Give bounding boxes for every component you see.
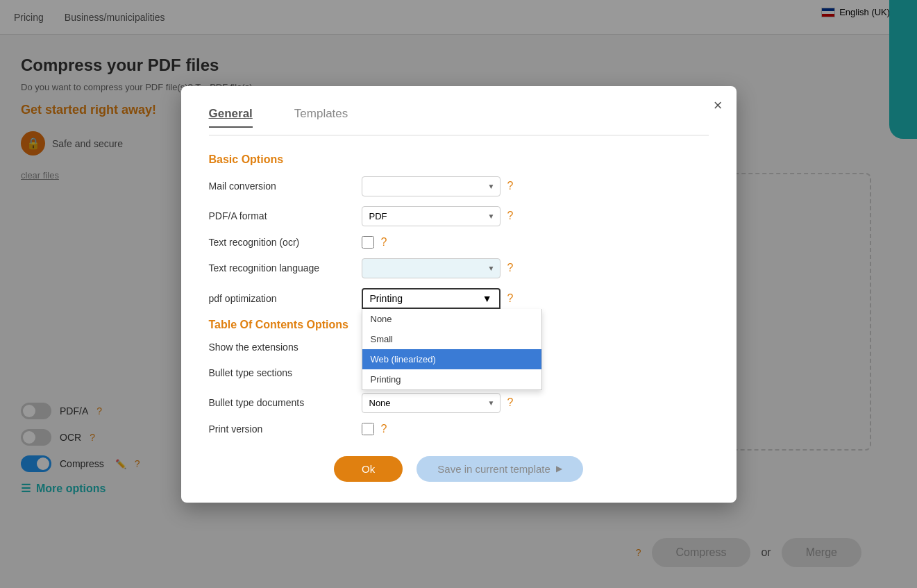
mail-conversion-select[interactable]: [362, 176, 500, 196]
option-row-mail-conversion: Mail conversion ?: [209, 176, 709, 196]
language-option-label: Text recognition language: [209, 262, 362, 274]
language-help[interactable]: ?: [507, 262, 514, 274]
option-row-pdfa-format: PDF/A format PDF PDF/A-1b PDF/A-2b ?: [209, 206, 709, 226]
dropdown-item-printing[interactable]: Printing: [362, 369, 541, 389]
ocr-checkbox[interactable]: [362, 236, 374, 249]
mail-conversion-label: Mail conversion: [209, 180, 362, 192]
dropdown-item-none[interactable]: None: [362, 309, 541, 329]
option-row-bullet-docs: Bullet type documents None Bullet Number…: [209, 393, 709, 413]
save-arrow-icon: ▶: [556, 464, 562, 473]
option-row-print-version: Print version ?: [209, 423, 709, 435]
tab-templates[interactable]: Templates: [294, 107, 348, 128]
bullet-docs-help[interactable]: ?: [507, 396, 514, 409]
language-select-wrapper: English German French: [362, 258, 500, 278]
mail-conversion-help[interactable]: ?: [507, 180, 514, 192]
chevron-icon: ▼: [482, 293, 492, 304]
print-version-label: Print version: [209, 423, 362, 435]
dropdown-item-web[interactable]: Web (linearized): [362, 349, 541, 369]
option-row-ocr: Text recognition (ocr) ?: [209, 236, 709, 249]
modal-close-button[interactable]: ×: [714, 96, 723, 115]
language-select[interactable]: English German French: [362, 258, 500, 278]
save-template-button[interactable]: Save in current template ▶: [417, 456, 583, 482]
pdf-optimization-label: pdf optimization: [209, 293, 362, 304]
modal-tabs: General Templates: [209, 107, 709, 136]
pdfa-format-select-wrapper: PDF PDF/A-1b PDF/A-2b: [362, 206, 500, 226]
pdfa-format-select[interactable]: PDF PDF/A-1b PDF/A-2b: [362, 206, 500, 226]
bullet-docs-label: Bullet type documents: [209, 397, 362, 408]
modal-dialog: × General Templates Basic Options Mail c…: [181, 86, 737, 503]
show-extensions-label: Show the extensions: [209, 342, 362, 353]
pdf-optimization-help[interactable]: ?: [507, 292, 514, 305]
ocr-option-label: Text recognition (ocr): [209, 237, 362, 248]
bullet-docs-select[interactable]: None Bullet Number: [362, 393, 500, 413]
mail-conversion-select-wrapper: [362, 176, 500, 196]
tab-general[interactable]: General: [209, 107, 253, 128]
pdf-optimization-selected[interactable]: Printing ▼: [362, 288, 500, 309]
modal-footer: Ok Save in current template ▶: [209, 456, 709, 482]
pdfa-format-help[interactable]: ?: [507, 210, 514, 222]
print-version-help[interactable]: ?: [381, 423, 387, 435]
pdf-optimization-dropdown[interactable]: Printing ▼ None Small Web (linearized) P…: [362, 288, 500, 309]
basic-options-title: Basic Options: [209, 153, 709, 166]
option-row-pdf-optimization: pdf optimization Printing ▼ None Small W…: [209, 288, 709, 309]
bullet-docs-wrapper: None Bullet Number: [362, 393, 500, 413]
bullet-sections-label: Bullet type sections: [209, 367, 362, 378]
pdfa-format-label: PDF/A format: [209, 210, 362, 221]
modal-overlay: × General Templates Basic Options Mail c…: [0, 0, 917, 588]
print-version-checkbox[interactable]: [362, 423, 374, 435]
pdf-optimization-list: None Small Web (linearized) Printing: [362, 309, 542, 390]
option-row-language: Text recognition language English German…: [209, 258, 709, 278]
ocr-help[interactable]: ?: [381, 236, 387, 249]
save-template-label: Save in current template: [437, 463, 550, 475]
pdf-optimization-value: Printing: [370, 293, 403, 304]
dropdown-item-small[interactable]: Small: [362, 329, 541, 349]
ok-button[interactable]: Ok: [334, 456, 403, 482]
